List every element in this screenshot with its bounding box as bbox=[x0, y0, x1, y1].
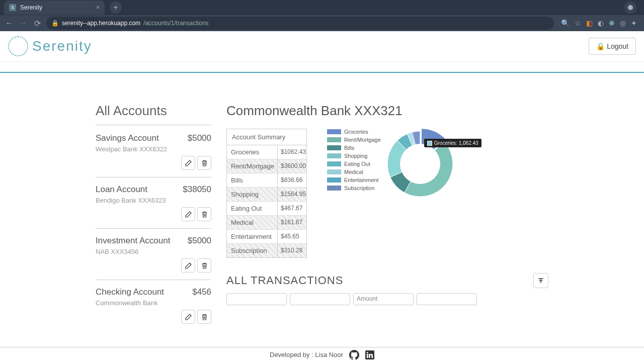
legend-item[interactable]: Shopping bbox=[327, 153, 381, 159]
summary-amount: $467.67 bbox=[277, 202, 306, 216]
transaction-filters: Amount bbox=[226, 293, 548, 305]
edit-button[interactable] bbox=[181, 310, 195, 324]
legend-swatch bbox=[327, 153, 341, 158]
legend-item[interactable]: Subscription bbox=[327, 185, 381, 191]
brand-name: Serenity bbox=[32, 38, 92, 54]
account-bank: Commonwealth Bank bbox=[96, 299, 211, 307]
star-icon[interactable]: ☆ bbox=[575, 19, 581, 27]
legend-label: Entertainment bbox=[344, 177, 378, 183]
legend-label: Shopping bbox=[344, 153, 368, 159]
summary-category: Subscription bbox=[227, 244, 277, 257]
delete-button[interactable] bbox=[197, 156, 211, 170]
edit-button[interactable] bbox=[181, 207, 195, 221]
add-tab-button[interactable]: + bbox=[110, 2, 122, 14]
delete-button[interactable] bbox=[197, 207, 211, 221]
address-bar[interactable]: 🔒 serenity--app.herokuapp.com/accounts/1… bbox=[46, 17, 554, 30]
sidebar-title: All Accounts bbox=[96, 103, 211, 119]
target-icon[interactable]: ◎ bbox=[620, 19, 626, 27]
summary-row: Eating Out$467.67 bbox=[227, 202, 306, 216]
forward-button[interactable]: → bbox=[18, 19, 28, 28]
legend-item[interactable]: Bills bbox=[327, 145, 381, 151]
tab-bar: S Serenity × + bbox=[0, 0, 644, 15]
legend-item[interactable]: Medical bbox=[327, 169, 381, 175]
gear-icon[interactable]: ❋ bbox=[609, 19, 615, 27]
edit-button[interactable] bbox=[181, 258, 195, 273]
browser-chrome: S Serenity × + ← → ⟳ 🔒 serenity--app.her… bbox=[0, 0, 644, 31]
filter-amount[interactable]: Amount bbox=[353, 293, 414, 305]
summary-header: Account Summary bbox=[227, 129, 306, 145]
brand-logo[interactable]: Serenity bbox=[8, 36, 92, 56]
summary-amount: $1564.95 bbox=[277, 188, 306, 202]
account-summary-table: Account Summary Groceries$1062.43Rent/Mo… bbox=[226, 129, 307, 258]
logo-mark-icon bbox=[8, 36, 28, 56]
summary-row: Subscription$310.28 bbox=[227, 244, 306, 257]
back-button[interactable]: ← bbox=[4, 19, 14, 28]
account-item[interactable]: Investment Account$5000 NAB XXX3456 bbox=[96, 236, 211, 273]
extension-icon[interactable]: ◧ bbox=[586, 19, 593, 27]
legend-label: Bills bbox=[344, 145, 354, 151]
footer: Developed by : Lisa Noor bbox=[0, 347, 644, 362]
summary-amount: $1062.43 bbox=[277, 145, 306, 159]
logout-button[interactable]: 🔒 Logout bbox=[589, 38, 636, 55]
donut-chart[interactable]: Groceries: 1,062.43 bbox=[385, 129, 455, 199]
scroll-top-button[interactable] bbox=[533, 273, 548, 288]
summary-category: Eating Out bbox=[227, 202, 277, 216]
account-item[interactable]: Savings Account$5000 Westpac Bank XXX632… bbox=[96, 133, 211, 170]
summary-amount: $310.28 bbox=[277, 244, 306, 257]
account-balance: $38050 bbox=[183, 185, 211, 195]
lock-icon: 🔒 bbox=[51, 20, 59, 27]
legend-swatch bbox=[327, 177, 341, 183]
profile-icon[interactable] bbox=[624, 2, 636, 14]
summary-category: Bills bbox=[227, 173, 277, 188]
linkedin-icon[interactable] bbox=[365, 350, 374, 359]
summary-chart: GroceriesRent/MortgageBillsShoppingEatin… bbox=[327, 129, 455, 258]
account-bank: Bendigo Bank XXX6323 bbox=[96, 197, 211, 204]
legend-item[interactable]: Rent/Mortgage bbox=[327, 137, 381, 143]
legend-item[interactable]: Entertainment bbox=[327, 177, 381, 183]
legend-swatch bbox=[327, 129, 341, 134]
url-host: serenity--app.herokuapp.com bbox=[62, 20, 140, 27]
legend-swatch bbox=[327, 145, 341, 150]
account-item[interactable]: Loan Account$38050 Bendigo Bank XXX6323 bbox=[96, 185, 211, 221]
legend-label: Medical bbox=[344, 169, 363, 175]
legend-label: Subscription bbox=[344, 185, 375, 191]
github-icon[interactable] bbox=[349, 350, 359, 360]
tooltip-text: Groceries: 1,062.43 bbox=[434, 140, 478, 146]
search-icon[interactable]: 🔍 bbox=[561, 19, 570, 27]
url-path: /accounts/1/transactions bbox=[143, 20, 208, 27]
edit-button[interactable] bbox=[181, 156, 195, 170]
chart-tooltip: Groceries: 1,062.43 bbox=[424, 139, 481, 147]
close-icon[interactable]: × bbox=[96, 4, 100, 11]
legend-item[interactable]: Groceries bbox=[327, 129, 381, 135]
nav-bar: ← → ⟳ 🔒 serenity--app.herokuapp.com/acco… bbox=[0, 15, 644, 31]
reload-button[interactable]: ⟳ bbox=[32, 19, 42, 28]
account-balance: $5000 bbox=[188, 236, 211, 246]
summary-row: Shopping$1564.95 bbox=[227, 188, 306, 202]
footer-text: Developed by : Lisa Noor bbox=[270, 351, 343, 358]
browser-tab[interactable]: S Serenity × bbox=[4, 1, 105, 15]
tab-title: Serenity bbox=[20, 4, 42, 11]
app-header: Serenity 🔒 Logout bbox=[0, 31, 644, 62]
summary-row: Rent/Mortgage$3600.00 bbox=[227, 159, 306, 173]
filter-box[interactable] bbox=[226, 293, 287, 305]
delete-button[interactable] bbox=[197, 310, 211, 324]
transactions-title: ALL TRANSACTIONS bbox=[226, 274, 343, 287]
puzzle-icon[interactable]: ✦ bbox=[631, 19, 637, 27]
favicon: S bbox=[9, 4, 16, 11]
summary-category: Shopping bbox=[227, 188, 277, 202]
account-name: Checking Account bbox=[96, 287, 164, 297]
shield-icon[interactable]: ◐ bbox=[598, 19, 604, 27]
account-name: Investment Account bbox=[96, 236, 170, 246]
filter-box[interactable] bbox=[417, 293, 477, 305]
account-bank: Westpac Bank XXX6322 bbox=[96, 145, 211, 153]
summary-category: Entertainment bbox=[227, 230, 277, 244]
page-title: Commonwealth Bank XXX321 bbox=[226, 103, 548, 119]
account-item[interactable]: Checking Account$456 Commonwealth Bank bbox=[96, 287, 211, 324]
delete-button[interactable] bbox=[197, 258, 211, 273]
filter-box[interactable] bbox=[290, 293, 350, 305]
legend-item[interactable]: Eating Out bbox=[327, 161, 381, 167]
summary-amount: $45.65 bbox=[277, 230, 306, 244]
content-wrap: All Accounts Savings Account$5000 Westpa… bbox=[0, 72, 644, 344]
legend-label: Eating Out bbox=[344, 161, 370, 167]
lock-icon: 🔒 bbox=[596, 42, 605, 50]
